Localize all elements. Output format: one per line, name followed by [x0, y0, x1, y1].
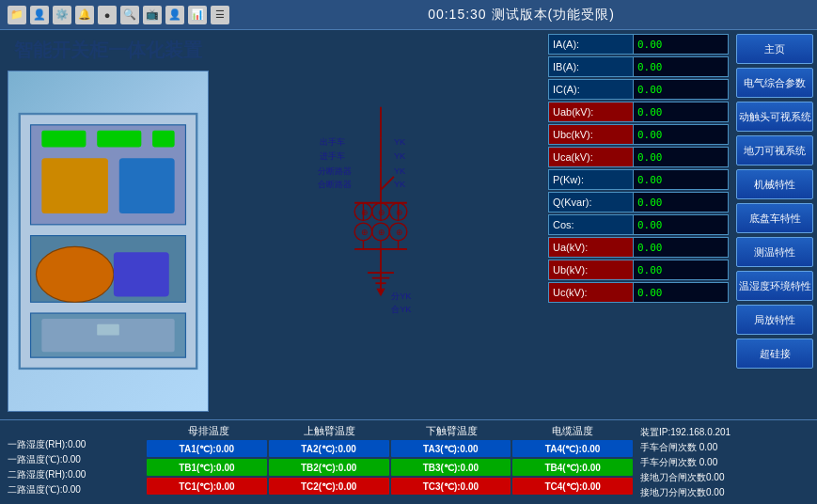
- ta-cell-0: TA1(℃):0.00: [147, 440, 267, 457]
- svg-rect-9: [114, 252, 169, 296]
- svg-rect-6: [119, 158, 175, 213]
- right-buttons: 主页电气综合参数动触头可视系统地刀可视系统机械特性底盘车特性测温特性温湿度环境特…: [732, 30, 817, 419]
- data-label-2: IC(A):: [549, 80, 634, 99]
- svg-text:YK: YK: [393, 166, 405, 176]
- svg-text:YK: YK: [393, 151, 405, 161]
- data-row-4: Ubc(kV):0.00: [548, 124, 729, 145]
- toolbar-icon-8[interactable]: 👤: [165, 6, 184, 24]
- equipment-image: [8, 71, 209, 412]
- data-row-0: IA(A):0.00: [548, 34, 729, 55]
- data-row-2: IC(A):0.00: [548, 79, 729, 100]
- svg-rect-5: [41, 158, 108, 213]
- ta-row: TA1(℃):0.00TA2(℃):0.00TA3(℃):0.00TA4(℃):…: [147, 440, 633, 457]
- nav-button-4[interactable]: 机械特性: [736, 169, 813, 199]
- data-label-4: Ubc(kV):: [549, 125, 634, 144]
- toolbar-icon-7[interactable]: 📺: [143, 6, 162, 24]
- data-label-10: Ub(kV):: [549, 260, 634, 279]
- data-value-9: 0.00: [634, 238, 728, 257]
- data-row-9: Ua(kV):0.00: [548, 237, 729, 258]
- svg-text:分YK: 分YK: [391, 291, 412, 301]
- temperature-table: 母排温度上触臂温度下触臂温度电缆温度TA1(℃):0.00TA2(℃):0.00…: [147, 424, 633, 500]
- data-label-9: Ua(kV):: [549, 238, 634, 257]
- nav-button-7[interactable]: 温湿度环境特性: [736, 271, 813, 301]
- page-heading: 智能开关柜一体化装置: [8, 38, 209, 63]
- tb-row: TB1(℃):0.00TB2(℃):0.00TB3(℃):0.00TB4(℃):…: [147, 459, 633, 476]
- nav-button-3[interactable]: 地刀可视系统: [736, 135, 813, 165]
- svg-text:YK: YK: [393, 137, 405, 147]
- tb-cell-2: TB3(℃):0.00: [391, 459, 511, 476]
- bottom-panel: 一路湿度(RH):0.00一路温度(℃):0.00二路湿度(RH):0.00二路…: [0, 419, 817, 504]
- svg-text:⊕: ⊕: [360, 208, 368, 217]
- data-value-3: 0.00: [634, 102, 728, 121]
- tc-cell-1: TC2(℃):0.00: [269, 478, 389, 495]
- data-value-10: 0.00: [634, 260, 728, 279]
- data-row-6: P(Kw):0.00: [548, 169, 729, 190]
- toolbar-icon-2[interactable]: 👤: [30, 6, 49, 24]
- toolbar-icon-9[interactable]: 📊: [188, 6, 207, 24]
- svg-text:YK: YK: [393, 180, 405, 189]
- svg-text:⊕: ⊕: [378, 208, 385, 217]
- left-status: 一路湿度(RH):0.00一路温度(℃):0.00二路湿度(RH):0.00二路…: [8, 424, 139, 500]
- svg-text:⊕: ⊕: [395, 228, 402, 237]
- right-info-1: 手车合闸次数 0.00: [640, 441, 809, 454]
- data-label-0: IA(A):: [549, 35, 634, 54]
- data-panel: IA(A):0.00IB(A):0.00IC(A):0.00Uab(kV):0.…: [544, 30, 732, 419]
- data-label-1: IB(A):: [549, 57, 634, 76]
- diagram-panel: 出手车 YK 进手车 YK 分断路器 YK 合断路器 YK ⊕ ⊕ ⊕ ⊕: [216, 30, 544, 419]
- nav-button-9[interactable]: 超硅接: [736, 339, 813, 369]
- ta-cell-1: TA2(℃):0.00: [269, 440, 389, 457]
- data-value-6: 0.00: [634, 170, 728, 189]
- data-label-8: Cos:: [549, 215, 634, 234]
- data-label-6: P(Kw):: [549, 170, 634, 189]
- svg-text:⊕: ⊕: [378, 228, 385, 237]
- temp-header-row: 母排温度上触臂温度下触臂温度电缆温度: [147, 424, 633, 438]
- svg-text:⊕: ⊕: [395, 208, 402, 217]
- svg-rect-3: [97, 131, 141, 148]
- data-value-2: 0.00: [634, 80, 728, 99]
- status-label-0: 一路湿度(RH):0.00: [8, 438, 139, 451]
- right-info-2: 手车分闸次数 0.00: [640, 456, 809, 469]
- data-row-3: Uab(kV):0.00: [548, 102, 729, 122]
- data-value-0: 0.00: [634, 35, 728, 54]
- toolbar-icon-4[interactable]: 🔔: [75, 6, 94, 24]
- toolbar-icon-6[interactable]: 🔍: [120, 6, 139, 24]
- data-value-5: 0.00: [634, 148, 728, 166]
- tc-cell-3: TC4(℃):0.00: [512, 478, 633, 495]
- data-row-8: Cos:0.00: [548, 214, 729, 235]
- tb-cell-0: TB1(℃):0.00: [147, 459, 267, 476]
- status-label-3: 二路温度(℃):0.00: [8, 483, 139, 496]
- toolbar-icon-5[interactable]: ●: [98, 6, 117, 24]
- nav-button-6[interactable]: 测温特性: [736, 237, 813, 267]
- temp-header-1: 上触臂温度: [270, 424, 389, 438]
- data-label-3: Uab(kV):: [549, 102, 634, 121]
- toolbar-icon-1[interactable]: 📁: [8, 6, 26, 24]
- svg-rect-4: [152, 131, 175, 148]
- tc-cell-0: TC1(℃):0.00: [147, 478, 267, 495]
- right-info-3: 接地刀合闸次数0.00: [640, 471, 809, 484]
- data-value-1: 0.00: [634, 57, 728, 76]
- svg-text:进手车: 进手车: [320, 151, 345, 161]
- data-row-7: Q(Kvar):0.00: [548, 192, 729, 213]
- nav-button-8[interactable]: 局放特性: [736, 305, 813, 335]
- data-row-1: IB(A):0.00: [548, 56, 729, 77]
- nav-button-1[interactable]: 电气综合参数: [736, 68, 813, 98]
- svg-marker-51: [376, 289, 385, 296]
- tb-cell-1: TB2(℃):0.00: [269, 459, 389, 476]
- toolbar: 📁 👤 ⚙️ 🔔 ● 🔍 📺 👤 📊 ☰ 00:15:30 测试版本(功能受限): [0, 0, 817, 30]
- nav-button-5[interactable]: 底盘车特性: [736, 203, 813, 233]
- data-row-5: Uca(kV):0.00: [548, 147, 729, 167]
- svg-line-24: [381, 177, 394, 190]
- toolbar-icon-menu[interactable]: ☰: [211, 6, 229, 24]
- toolbar-icon-3[interactable]: ⚙️: [53, 6, 71, 24]
- svg-point-8: [36, 246, 113, 302]
- nav-button-2[interactable]: 动触头可视系统: [736, 102, 813, 132]
- ta-cell-2: TA3(℃):0.00: [391, 440, 511, 457]
- data-row-10: Ub(kV):0.00: [548, 260, 729, 280]
- data-label-7: Q(Kvar):: [549, 193, 634, 212]
- status-label-1: 一路温度(℃):0.00: [8, 453, 139, 466]
- svg-rect-2: [41, 131, 86, 148]
- left-panel: 智能开关柜一体化装置: [0, 30, 216, 419]
- data-value-11: 0.00: [634, 283, 728, 302]
- temp-header-3: 电缆温度: [513, 424, 633, 438]
- nav-button-0[interactable]: 主页: [736, 34, 813, 64]
